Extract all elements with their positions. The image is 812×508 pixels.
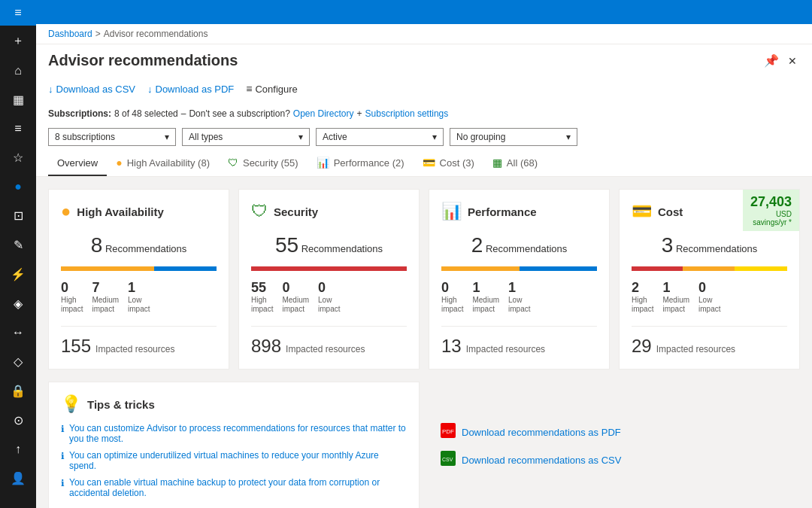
tab-overview[interactable]: Overview xyxy=(48,151,107,176)
sidebar-icon-grid[interactable]: ⊡ xyxy=(0,201,36,230)
tip-icon-2: ℹ xyxy=(61,451,65,461)
sidebar-icon-home[interactable]: ⌂ xyxy=(0,56,36,85)
tab-security[interactable]: 🛡 Security (55) xyxy=(219,151,308,176)
open-directory-link[interactable]: Open Directory xyxy=(293,108,354,119)
high-availability-medium-label: Mediumimpact xyxy=(92,296,119,314)
cost-impacted-count: 29 xyxy=(632,336,652,357)
high-availability-high-count: 0 xyxy=(61,280,68,296)
cost-impacted-label: Impacted resources xyxy=(656,344,735,354)
svg-text:CSV: CSV xyxy=(442,457,453,462)
pin-button[interactable]: 📌 xyxy=(761,50,782,71)
subscriptions-filter[interactable]: 8 subscriptions ▾ xyxy=(48,128,176,146)
cost-low-label: Lowimpact xyxy=(698,296,720,314)
download-pdf-icon: ↓ xyxy=(147,84,153,95)
performance-high-count: 0 xyxy=(441,280,449,296)
close-button[interactable]: ✕ xyxy=(785,50,800,71)
sidebar-icon-diamond[interactable]: ◈ xyxy=(0,289,36,318)
download-pdf-item[interactable]: PDF Download recommendations as PDF xyxy=(441,423,788,442)
tips-list: ℹ You can customize Advisor to process r… xyxy=(61,423,407,498)
security-impacts: 55 Highimpact 0 Mediumimpact 0 Lowimpact xyxy=(251,280,407,314)
pdf-icon: PDF xyxy=(441,423,456,442)
types-filter[interactable]: All types ▾ xyxy=(182,128,310,146)
sidebar-icon-star[interactable]: ☆ xyxy=(0,143,36,172)
subscription-settings-link[interactable]: Subscription settings xyxy=(365,108,449,119)
performance-count: 2 xyxy=(471,233,483,257)
download-csv-item[interactable]: CSV Download recommendations as CSV xyxy=(441,451,788,470)
security-card: 🛡 Security 55 Recommendations 55 Highimp… xyxy=(238,189,420,370)
download-pdf-link[interactable]: Download recommendations as PDF xyxy=(462,427,621,438)
tip-item-3: ℹ You can enable virtual machine backup … xyxy=(61,477,407,498)
sidebar-icon-circle2[interactable]: ⊙ xyxy=(0,406,36,435)
high-availability-recommendations: 8 Recommendations xyxy=(61,233,217,257)
sidebar-icon-up[interactable]: ↑ xyxy=(0,435,36,464)
cost-savings-period: savings/yr * xyxy=(750,218,792,227)
breadcrumb-current: Advisor recommendations xyxy=(104,29,208,39)
cost-savings-badge: 27,403 USD savings/yr * xyxy=(743,190,799,231)
sidebar-icon-shape[interactable]: ◇ xyxy=(0,347,36,376)
tip-text-3: You can enable virtual machine backup to… xyxy=(69,477,407,498)
tabs: Overview ● High Availability (8) 🛡 Secur… xyxy=(36,151,812,177)
sidebar: ≡ ＋ ⌂ ▦ ≡ ☆ ● ⊡ ✎ ⚡ ◈ ↔ ◇ 🔒 ⊙ ↑ 👤 xyxy=(0,0,36,508)
tab-performance-label: Performance (2) xyxy=(334,157,404,169)
download-csv-link[interactable]: Download recommendations as CSV xyxy=(462,455,621,466)
content-area: Dashboard > Advisor recommendations Advi… xyxy=(36,24,812,508)
high-availability-low-count: 1 xyxy=(128,280,135,296)
sidebar-icon-edit[interactable]: ✎ xyxy=(0,230,36,260)
performance-card-icon: 📊 xyxy=(441,202,462,221)
tab-all[interactable]: ▦ All (68) xyxy=(483,151,547,176)
sidebar-icon-dashboard[interactable]: ▦ xyxy=(0,85,36,114)
tab-cost[interactable]: 💳 Cost (3) xyxy=(414,151,483,176)
grouping-filter-label: No grouping xyxy=(456,132,505,142)
security-progress xyxy=(251,266,407,271)
performance-impacted-count: 13 xyxy=(441,336,462,357)
performance-low-count: 1 xyxy=(508,280,516,296)
sidebar-icon-person[interactable]: 👤 xyxy=(0,464,36,493)
tab-high-availability[interactable]: ● High Availability (8) xyxy=(107,151,219,176)
download-csv-button[interactable]: ↓ Download as CSV xyxy=(48,81,135,98)
high-availability-impacted-label: Impacted resources xyxy=(95,344,174,354)
sidebar-icon-lightning[interactable]: ⚡ xyxy=(0,260,36,289)
security-high-count: 55 xyxy=(251,280,266,296)
download-csv-icon: ↓ xyxy=(48,84,53,95)
tab-performance[interactable]: 📊 Performance (2) xyxy=(308,151,414,176)
sidebar-icon-circle[interactable]: ● xyxy=(0,172,36,201)
tips-title: Tips & tricks xyxy=(87,398,155,411)
subscriptions-bar: Subscriptions: 8 of 48 selected – Don't … xyxy=(36,104,812,123)
sidebar-icon-arrows[interactable]: ↔ xyxy=(0,318,36,347)
cost-savings-amount: 27,403 xyxy=(750,194,792,210)
status-filter[interactable]: Active ▾ xyxy=(316,128,444,146)
expand-icon[interactable]: ≡ xyxy=(14,6,21,20)
subscriptions-filter-chevron: ▾ xyxy=(165,132,169,142)
configure-button[interactable]: ≡ Configure xyxy=(246,80,298,98)
tab-cost-label: Cost (3) xyxy=(440,157,474,169)
configure-icon: ≡ xyxy=(246,83,252,95)
tips-card: 💡 Tips & tricks ℹ You can customize Advi… xyxy=(48,382,420,508)
subscriptions-filter-label: 8 subscriptions xyxy=(55,132,115,142)
cost-impacted: 29 Impacted resources xyxy=(632,326,787,357)
cost-bar-orange xyxy=(683,266,734,271)
performance-high-label: Highimpact xyxy=(441,296,463,314)
download-csv-label: Download as CSV xyxy=(56,84,136,95)
performance-medium-impact: 1 Mediumimpact xyxy=(472,280,499,314)
security-low-label: Lowimpact xyxy=(318,296,340,314)
cost-card-title: Cost xyxy=(658,205,683,218)
high-availability-card-title: High Availability xyxy=(77,205,164,218)
security-medium-label: Mediumimpact xyxy=(282,296,309,314)
sidebar-icon-lock[interactable]: 🔒 xyxy=(0,376,36,406)
filter-row: 8 subscriptions ▾ All types ▾ Active ▾ N… xyxy=(36,123,812,151)
high-availability-bar-orange xyxy=(61,266,154,271)
toolbar: ↓ Download as CSV ↓ Download as PDF ≡ Co… xyxy=(36,74,812,104)
topbar xyxy=(36,0,812,24)
high-availability-card: ● High Availability 8 Recommendations 0 … xyxy=(48,189,229,370)
grouping-filter[interactable]: No grouping ▾ xyxy=(450,128,577,146)
download-pdf-button[interactable]: ↓ Download as PDF xyxy=(147,81,234,98)
high-availability-tab-icon: ● xyxy=(116,157,122,169)
breadcrumb-dashboard[interactable]: Dashboard xyxy=(48,29,92,39)
cost-card: 27,403 USD savings/yr * 💳 Cost 3 Recomme… xyxy=(619,189,800,370)
sidebar-icon-add[interactable]: ＋ xyxy=(0,26,36,56)
svg-text:PDF: PDF xyxy=(442,428,454,435)
types-filter-label: All types xyxy=(189,132,223,142)
sidebar-icon-list[interactable]: ≡ xyxy=(0,114,36,143)
tips-header: 💡 Tips & tricks xyxy=(61,394,407,414)
security-low-count: 0 xyxy=(318,280,326,296)
